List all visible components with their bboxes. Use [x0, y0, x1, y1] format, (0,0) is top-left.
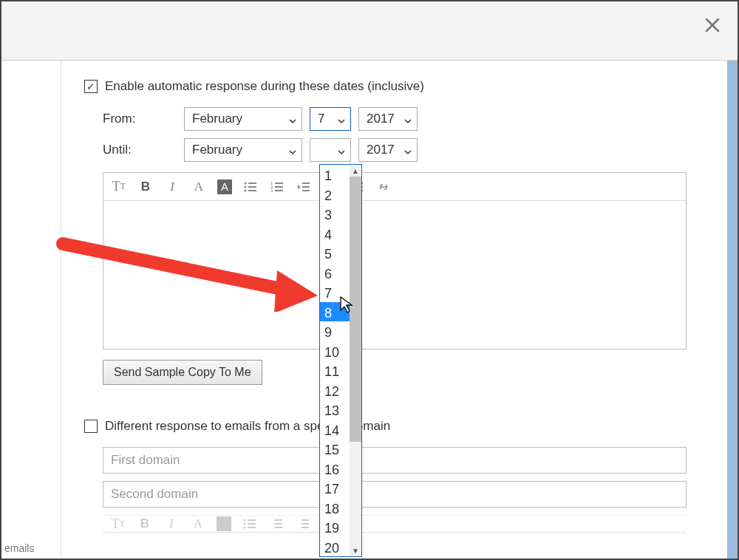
close-icon[interactable]: [704, 16, 721, 34]
editor-textarea[interactable]: [103, 201, 686, 349]
svg-rect-22: [248, 519, 256, 521]
rich-text-editor: TT B I A A 123: [103, 172, 687, 349]
dropdown-list[interactable]: 1234567891011121314151617181920: [320, 165, 350, 556]
svg-rect-32: [302, 527, 309, 528]
dropdown-option[interactable]: 14: [320, 420, 350, 440]
from-label: From:: [103, 112, 184, 126]
dropdown-option[interactable]: 7: [320, 282, 350, 302]
day-dropdown-popup[interactable]: 1234567891011121314151617181920 ▲ ▼: [319, 164, 362, 557]
dropdown-option[interactable]: 2: [320, 185, 350, 205]
svg-point-4: [245, 189, 247, 191]
from-month-select[interactable]: February: [184, 107, 302, 131]
checkbox-different-response[interactable]: [84, 420, 98, 433]
from-day-value: 7: [318, 112, 324, 126]
until-date-row: Until: February 2017: [103, 138, 704, 162]
svg-text:3: 3: [270, 188, 273, 193]
chevron-down-icon: [288, 115, 297, 123]
scroll-up-icon[interactable]: ▲: [350, 165, 361, 177]
scroll-thumb[interactable]: [350, 177, 361, 442]
highlight-icon[interactable]: A: [217, 180, 232, 194]
dropdown-option[interactable]: 5: [320, 243, 350, 263]
first-domain-placeholder: First domain: [111, 453, 180, 468]
dropdown-option[interactable]: 9: [320, 321, 350, 341]
dropdown-option[interactable]: 8: [320, 302, 350, 322]
editor-toolbar-2: TT B I A A: [103, 515, 687, 533]
dropdown-option[interactable]: 13: [320, 400, 350, 420]
italic-icon[interactable]: I: [163, 516, 180, 532]
svg-rect-9: [275, 186, 283, 188]
italic-icon[interactable]: I: [164, 179, 180, 195]
svg-rect-27: [274, 519, 282, 521]
svg-rect-5: [248, 190, 256, 191]
svg-point-25: [244, 527, 246, 529]
svg-rect-24: [248, 523, 256, 525]
svg-point-2: [245, 185, 247, 188]
font-color-icon[interactable]: A: [191, 179, 207, 195]
dropdown-option[interactable]: 19: [320, 517, 350, 537]
editor-toolbar: TT B I A A 123: [103, 173, 686, 201]
dialog-body: ✓ Enable automatic response during these…: [1, 61, 738, 559]
svg-point-0: [245, 182, 247, 184]
until-label: Until:: [103, 143, 184, 157]
send-sample-button[interactable]: Send Sample Copy To Me: [103, 360, 262, 385]
svg-rect-7: [275, 182, 283, 184]
dropdown-option[interactable]: 16: [320, 459, 350, 479]
different-response-row[interactable]: Different response to emails from a spec…: [84, 419, 704, 434]
numbered-list-icon[interactable]: 123: [269, 179, 285, 195]
highlight-icon[interactable]: A: [217, 516, 231, 531]
dropdown-option[interactable]: 4: [320, 224, 350, 244]
font-size-icon[interactable]: TT: [110, 516, 126, 532]
until-year-select[interactable]: 2017: [358, 138, 418, 162]
dropdown-option[interactable]: 3: [320, 204, 350, 224]
svg-rect-11: [275, 190, 283, 191]
until-day-select[interactable]: [310, 138, 351, 162]
svg-point-21: [244, 519, 246, 522]
page-scrollbar[interactable]: [727, 61, 738, 559]
svg-rect-12: [302, 182, 310, 184]
scroll-down-icon[interactable]: ▼: [350, 544, 361, 556]
first-domain-input[interactable]: First domain: [103, 447, 687, 474]
font-size-icon[interactable]: TT: [111, 179, 127, 195]
bullet-list-icon[interactable]: [242, 179, 259, 195]
bold-icon[interactable]: B: [137, 179, 154, 195]
dropdown-option[interactable]: 17: [320, 478, 350, 498]
svg-rect-31: [302, 523, 309, 525]
outdent-icon[interactable]: [296, 179, 312, 195]
from-month-value: February: [192, 112, 242, 126]
dropdown-option[interactable]: 10: [320, 341, 350, 361]
until-year-value: 2017: [367, 143, 395, 157]
svg-point-23: [244, 523, 246, 525]
from-date-row: From: February 7 2017: [103, 107, 704, 131]
svg-rect-1: [248, 182, 256, 184]
dropdown-option[interactable]: 6: [320, 263, 350, 283]
from-year-select[interactable]: 2017: [358, 107, 418, 131]
chevron-down-icon: [337, 115, 346, 123]
dropdown-option[interactable]: 1: [320, 165, 350, 185]
chevron-down-icon: [288, 146, 297, 154]
svg-rect-26: [248, 527, 256, 528]
until-month-value: February: [192, 143, 242, 157]
from-day-select[interactable]: 7: [310, 107, 351, 131]
dropdown-scrollbar[interactable]: ▲ ▼: [350, 165, 361, 556]
svg-rect-3: [248, 186, 256, 188]
dropdown-option[interactable]: 20: [320, 537, 350, 557]
numbered-list-icon[interactable]: [268, 516, 285, 532]
enable-auto-response-row[interactable]: ✓ Enable automatic response during these…: [84, 79, 704, 94]
dropdown-option[interactable]: 11: [320, 361, 350, 380]
until-month-select[interactable]: February: [184, 138, 302, 162]
font-color-icon[interactable]: A: [190, 516, 206, 532]
outdent-icon[interactable]: [295, 516, 311, 532]
svg-rect-30: [302, 519, 309, 521]
scroll-track[interactable]: [350, 177, 361, 544]
link-icon[interactable]: [375, 179, 392, 195]
chevron-down-icon: [403, 115, 412, 123]
dropdown-option[interactable]: 18: [320, 498, 350, 518]
bold-icon[interactable]: B: [137, 516, 153, 532]
bullet-list-icon[interactable]: [242, 516, 258, 532]
dropdown-option[interactable]: 15: [320, 439, 350, 459]
checkbox-enable[interactable]: ✓: [84, 80, 98, 93]
dropdown-option[interactable]: 12: [320, 380, 350, 400]
svg-rect-29: [274, 527, 282, 528]
svg-rect-14: [302, 190, 310, 191]
second-domain-input[interactable]: Second domain: [103, 481, 687, 508]
